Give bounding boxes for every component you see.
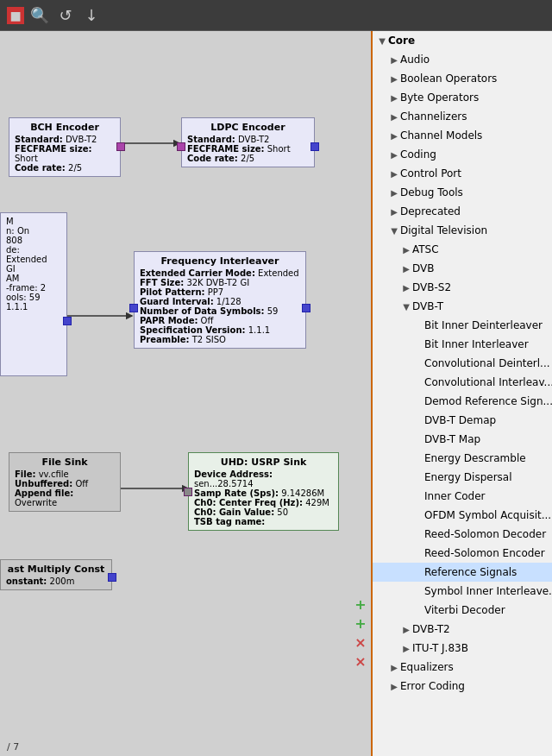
tree-item-coding[interactable]: ▶Coding	[373, 145, 552, 164]
tree-label-25: OFDM Symbol Acquisit...	[424, 507, 552, 523]
tree-item-bit-inner-deinterleaver[interactable]: Bit Inner Deinterleaver	[373, 316, 552, 335]
tree-label-31: DVB-T2	[412, 621, 552, 637]
tree-item-atsc[interactable]: ▶ATSC	[373, 240, 552, 259]
freq-fft: FFT Size: 32K DVB-T2 GI	[140, 278, 300, 287]
remove-btn-1[interactable]: ×	[352, 633, 369, 651]
ldpc-output-connector	[310, 142, 319, 151]
left-block-111: 1.1.1	[6, 302, 61, 312]
tree-item-ofdm-symbol-acquisit...[interactable]: OFDM Symbol Acquisit...	[373, 506, 552, 525]
tree-item-viterbi-decoder[interactable]: Viterbi Decoder	[373, 601, 552, 620]
tree-item-dvb-t-demap[interactable]: DVB-T Demap	[373, 411, 552, 430]
left-partial-block[interactable]: M n: On 808 de: Extended GI AM -frame: 2…	[0, 212, 67, 376]
tree-item-equalizers[interactable]: ▶Equalizers	[373, 658, 552, 677]
file-sink-append: Append file: Overwrite	[15, 488, 115, 507]
tree-arrow-14: ▼	[400, 300, 412, 313]
tree-item-itu-t-j.83b[interactable]: ▶ITU-T J.83B	[373, 639, 552, 658]
usrp-sink-block[interactable]: UHD: USRP Sink Device Address: sen...28.…	[188, 452, 339, 531]
page-counter: / 7	[7, 741, 19, 753]
canvas-area[interactable]: BCH Encoder Standard: DVB-T2 FECFRAME si…	[0, 31, 371, 756]
freq-numsymbols: Number of Data Symbols: 59	[140, 306, 300, 316]
tree-item-deprecated[interactable]: ▶Deprecated	[373, 202, 552, 221]
tree-item-symbol-inner-interleave...[interactable]: Symbol Inner Interleave...	[373, 582, 552, 601]
tree-label-29: Symbol Inner Interleave...	[424, 583, 552, 599]
bch-fecframe: FECFRAME size: Short	[15, 144, 115, 163]
tree-arrow-3: ▶	[388, 91, 400, 104]
add-btn-2[interactable]: +	[352, 614, 369, 632]
right-panel: ▼Core▶Audio▶Boolean Operators▶Byte Opera…	[371, 31, 552, 756]
tree-arrow-0: ▼	[376, 35, 388, 47]
tree-item-channelizers[interactable]: ▶Channelizers	[373, 107, 552, 126]
tree-item-dvb-t2[interactable]: ▶DVB-T2	[373, 620, 552, 639]
tree-item-control-port[interactable]: ▶Control Port	[373, 164, 552, 183]
tree-item-reference-signals[interactable]: Reference Signals	[373, 563, 552, 582]
tree-arrow-10: ▼	[388, 224, 400, 237]
ldpc-encoder-block[interactable]: LDPC Encoder Standard: DVB-T2 FECFRAME s…	[181, 117, 315, 167]
tree-item-audio[interactable]: ▶Audio	[373, 50, 552, 69]
tree-item-debug-tools[interactable]: ▶Debug Tools	[373, 183, 552, 202]
tree-item-channel-models[interactable]: ▶Channel Models	[373, 126, 552, 145]
refresh-button[interactable]: ↺	[55, 5, 76, 26]
tree-item-bit-inner-interleaver[interactable]: Bit Inner Interleaver	[373, 335, 552, 354]
tree-item-dvb-t-map[interactable]: DVB-T Map	[373, 430, 552, 449]
back-button[interactable]: ↓	[81, 5, 102, 26]
bch-standard: Standard: DVB-T2	[15, 135, 115, 144]
tree-label-15: Bit Inner Deinterleaver	[424, 318, 552, 333]
tree-item-demod-reference-sign...[interactable]: Demod Reference Sign...	[373, 392, 552, 411]
file-sink-file: File: vv.cfile	[15, 469, 115, 479]
tree-item-dvb-t[interactable]: ▼DVB-T	[373, 297, 552, 316]
tree-item-convolutional-deinterl...[interactable]: Convolutional Deinterl...	[373, 354, 552, 373]
tree-arrow-9: ▶	[388, 205, 400, 218]
add-btn-1[interactable]: +	[352, 595, 369, 613]
tree-label-7: Control Port	[400, 166, 552, 181]
tree-item-energy-dispersal[interactable]: Energy Dispersal	[373, 468, 552, 487]
tree-arrow-2: ▶	[388, 72, 400, 85]
tree-label-33: Equalizers	[400, 659, 552, 675]
left-block-am: AM	[6, 274, 61, 283]
left-block-output-connector	[63, 317, 72, 325]
tree-item-reed-solomon-encoder[interactable]: Reed-Solomon Encoder	[373, 544, 552, 563]
tree-label-24: Inner Coder	[424, 488, 552, 504]
tree-item-convolutional-interleav...[interactable]: Convolutional Interleav...	[373, 373, 552, 392]
tree-label-32: ITU-T J.83B	[412, 640, 552, 656]
left-block-gi: GI	[6, 264, 61, 274]
tree-item-dvb-s2[interactable]: ▶DVB-S2	[373, 278, 552, 297]
search-button[interactable]: 🔍	[29, 5, 50, 26]
tree-label-0: Core	[388, 33, 552, 48]
multiply-const-block[interactable]: ast Multiply Const onstant: 200m	[0, 559, 112, 590]
tree-item-byte-operators[interactable]: ▶Byte Operators	[373, 88, 552, 107]
tree-label-19: Demod Reference Sign...	[424, 394, 552, 409]
main-area: BCH Encoder Standard: DVB-T2 FECFRAME si…	[0, 31, 552, 756]
freq-guard: Guard Interval: 1/128	[140, 297, 300, 306]
bch-title: BCH Encoder	[15, 122, 115, 133]
multiply-title: ast Multiply Const	[6, 564, 106, 575]
tree-item-reed-solomon-decoder[interactable]: Reed-Solomon Decoder	[373, 525, 552, 544]
tree-label-1: Audio	[400, 52, 552, 67]
tree-item-inner-coder[interactable]: Inner Coder	[373, 487, 552, 506]
tree-label-21: DVB-T Map	[424, 432, 552, 447]
tree-label-34: Error Coding	[400, 678, 552, 694]
tree-item-dvb[interactable]: ▶DVB	[373, 259, 552, 278]
left-block-808: 808	[6, 236, 61, 245]
tree-label-28: Reference Signals	[424, 564, 552, 580]
left-block-n: n: On	[6, 226, 61, 236]
file-sink-block[interactable]: File Sink File: vv.cfile Unbuffered: Off…	[9, 452, 121, 512]
freq-input-connector	[129, 304, 138, 312]
bch-encoder-block[interactable]: BCH Encoder Standard: DVB-T2 FECFRAME si…	[9, 117, 121, 177]
tree-item-boolean-operators[interactable]: ▶Boolean Operators	[373, 69, 552, 88]
tree-container: ▼Core▶Audio▶Boolean Operators▶Byte Opera…	[373, 31, 552, 696]
ldpc-standard: Standard: DVB-T2	[187, 135, 309, 144]
freq-title: Frequency Interleaver	[140, 255, 300, 267]
usrp-title: UHD: USRP Sink	[194, 457, 333, 468]
tree-arrow-33: ▶	[388, 661, 400, 674]
ldpc-title: LDPC Encoder	[187, 122, 309, 133]
tree-item-core[interactable]: ▼Core	[373, 31, 552, 50]
ldpc-coderate: Code rate: 2/5	[187, 154, 309, 163]
tree-item-energy-descramble[interactable]: Energy Descramble	[373, 449, 552, 468]
remove-btn-2[interactable]: ×	[352, 652, 369, 670]
frequency-interleaver-block[interactable]: Frequency Interleaver Extended Carrier M…	[134, 251, 306, 349]
file-sink-unbuffered: Unbuffered: Off	[15, 479, 115, 488]
tree-label-13: DVB-S2	[412, 280, 552, 295]
tree-item-error-coding[interactable]: ▶Error Coding	[373, 677, 552, 696]
stop-button[interactable]: ■	[7, 7, 24, 24]
tree-item-digital-television[interactable]: ▼Digital Television	[373, 221, 552, 240]
